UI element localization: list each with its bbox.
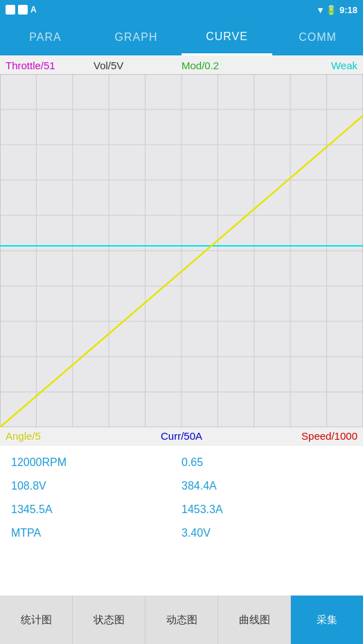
nav-stats[interactable]: 统计图 (0, 596, 73, 644)
label-angle: Angle/5 (6, 430, 123, 442)
data-mtpa: MTPA (11, 524, 182, 543)
status-carrier: A (30, 5, 37, 15)
label-weak: Weak (269, 60, 357, 71)
data-voltage2: 3.40V (182, 524, 352, 543)
data-current1: 384.4A (182, 476, 352, 496)
chart-svg (0, 74, 363, 427)
data-current2: 1345.5A (11, 500, 182, 519)
nav-collect[interactable]: 采集 (291, 596, 363, 644)
tab-para[interactable]: PARA (0, 19, 91, 55)
data-065: 0.65 (182, 453, 352, 472)
label-curr: Curr/50A (123, 430, 240, 442)
label-mod: Mod/0.2 (182, 60, 269, 71)
data-current3: 1453.3A (182, 500, 352, 519)
wifi-icon: ▾ (318, 5, 323, 15)
status-left: A (6, 5, 37, 15)
status-sq1 (6, 5, 15, 15)
chart-labels-top: Throttle/51 Vol/5V Mod/0.2 Weak (0, 55, 363, 74)
tab-graph[interactable]: GRAPH (91, 19, 182, 55)
nav-status[interactable]: 状态图 (73, 596, 145, 644)
battery-icon: 🔋 (326, 5, 337, 15)
nav-dynamic[interactable]: 动态图 (145, 596, 218, 644)
chart-labels-bottom: Angle/5 Curr/50A Speed/1000 (0, 427, 363, 446)
label-speed: Speed/1000 (240, 430, 357, 442)
data-rpm: 12000RPM (11, 453, 182, 472)
bottom-nav: 统计图 状态图 动态图 曲线图 采集 (0, 596, 363, 644)
data-section: 12000RPM 0.65 108.8V 384.4A 1345.5A 1453… (0, 446, 363, 550)
nav-curve[interactable]: 曲线图 (218, 596, 291, 644)
status-right: ▾ 🔋 9:18 (318, 5, 357, 15)
chart-container: Throttle/51 Vol/5V Mod/0.2 Weak (0, 55, 363, 446)
status-bar: A ▾ 🔋 9:18 (0, 0, 363, 19)
status-sq2 (18, 5, 28, 15)
tab-curve[interactable]: CURVE (182, 19, 272, 55)
label-throttle: Throttle/51 (6, 60, 94, 71)
label-vol: Vol/5V (94, 60, 182, 71)
data-voltage: 108.8V (11, 476, 182, 496)
time-display: 9:18 (339, 5, 357, 15)
tab-comm[interactable]: COMM (272, 19, 363, 55)
chart-grid (0, 74, 363, 427)
nav-tabs: PARA GRAPH CURVE COMM (0, 19, 363, 55)
